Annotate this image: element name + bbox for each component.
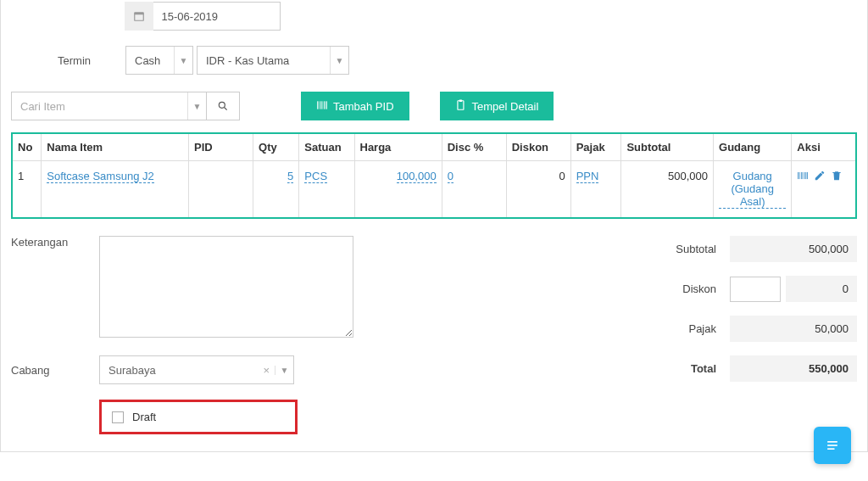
keterangan-input[interactable]: [99, 236, 353, 338]
svg-rect-1: [134, 13, 143, 14]
total-label: Total: [543, 362, 730, 375]
chevron-down-icon: ▼: [330, 47, 348, 74]
floating-menu-button[interactable]: [814, 427, 851, 452]
svg-rect-16: [805, 172, 806, 179]
cell-gudang[interactable]: Gudang (Gudang Asal): [719, 170, 786, 209]
edit-icon[interactable]: [814, 170, 826, 184]
chevron-down-icon: ▼: [174, 47, 192, 74]
draft-checkbox[interactable]: [112, 411, 124, 423]
col-no: No: [12, 133, 42, 161]
cabang-label: Cabang: [11, 364, 99, 377]
cabang-value: Surabaya: [100, 364, 258, 377]
tempel-detail-button[interactable]: Tempel Detail: [440, 92, 554, 120]
cell-nama[interactable]: Softcase Samsung J2: [47, 170, 153, 183]
svg-rect-17: [807, 172, 808, 179]
item-search-select[interactable]: Cari Item ▼: [11, 92, 206, 120]
col-harga: Harga: [354, 133, 442, 161]
svg-rect-11: [459, 99, 462, 101]
kas-select[interactable]: IDR - Kas Utama ▼: [197, 46, 349, 75]
svg-rect-19: [827, 445, 837, 446]
svg-rect-7: [323, 101, 324, 109]
search-button[interactable]: [206, 92, 240, 120]
cell-diskon: 0: [506, 161, 570, 219]
total-value: 550,000: [730, 355, 857, 382]
svg-rect-13: [800, 172, 801, 179]
termin-value: Cash: [126, 54, 174, 67]
col-disc-pct: Disc %: [442, 133, 506, 161]
item-search-placeholder: Cari Item: [12, 100, 187, 113]
close-icon[interactable]: ×: [258, 364, 275, 377]
col-pid: PID: [189, 133, 253, 161]
barcode-icon: [316, 99, 328, 114]
svg-rect-18: [827, 441, 837, 443]
tempel-detail-label: Tempel Detail: [472, 100, 539, 113]
svg-rect-15: [804, 172, 804, 179]
svg-rect-14: [802, 172, 803, 179]
cell-disc-pct[interactable]: 0: [448, 170, 453, 183]
kas-value: IDR - Kas Utama: [198, 54, 330, 67]
col-qty: Qty: [253, 133, 299, 161]
col-gudang: Gudang: [714, 133, 792, 161]
tanggal-input[interactable]: 15-06-2019: [153, 2, 281, 31]
col-aksi: Aksi: [792, 133, 856, 161]
draft-checkbox-container[interactable]: Draft: [99, 400, 298, 434]
chevron-down-icon: ▼: [187, 92, 206, 120]
table-row: 1 Softcase Samsung J2 5 PCS 100,000 0 0 …: [12, 161, 856, 219]
cell-satuan[interactable]: PCS: [304, 170, 327, 183]
cell-qty[interactable]: 5: [287, 170, 293, 183]
col-pajak: Pajak: [570, 133, 621, 161]
cell-no: 1: [12, 161, 42, 219]
svg-rect-20: [827, 448, 834, 450]
barcode-icon[interactable]: [797, 170, 809, 184]
svg-rect-12: [798, 172, 799, 179]
diskon-input[interactable]: [730, 277, 781, 302]
pajak-label: Pajak: [543, 322, 730, 335]
svg-line-3: [225, 108, 227, 110]
keterangan-label: Keterangan: [11, 236, 96, 249]
subtotal-label: Subtotal: [543, 243, 730, 255]
cell-subtotal: 500,000: [621, 161, 714, 219]
cell-harga[interactable]: 100,000: [397, 170, 437, 183]
svg-rect-4: [317, 101, 318, 109]
tambah-pid-label: Tambah PID: [333, 100, 394, 113]
svg-rect-8: [324, 101, 325, 109]
termin-select[interactable]: Cash ▼: [125, 46, 193, 75]
svg-rect-6: [320, 101, 321, 109]
svg-rect-5: [320, 101, 320, 109]
pajak-value: 50,000: [730, 316, 857, 342]
cell-pid: [189, 161, 253, 219]
col-diskon: Diskon: [506, 133, 570, 161]
diskon-value: 0: [786, 276, 857, 302]
cell-pajak[interactable]: PPN: [576, 170, 599, 183]
col-satuan: Satuan: [299, 133, 354, 161]
svg-rect-9: [326, 101, 327, 109]
draft-label: Draft: [132, 411, 156, 423]
chevron-down-icon: ▼: [275, 366, 293, 375]
items-table: No Nama Item PID Qty Satuan Harga Disc %…: [11, 132, 857, 219]
svg-point-2: [219, 102, 225, 108]
svg-rect-10: [457, 100, 463, 109]
col-nama: Nama Item: [42, 133, 189, 161]
diskon-label: Diskon: [543, 282, 730, 295]
cabang-select[interactable]: Surabaya × ▼: [99, 355, 294, 384]
paste-icon: [455, 99, 467, 114]
tambah-pid-button[interactable]: Tambah PID: [301, 92, 409, 120]
termin-label: Termin: [58, 54, 125, 67]
col-subtotal: Subtotal: [621, 133, 714, 161]
trash-icon[interactable]: [831, 170, 843, 184]
calendar-icon[interactable]: [125, 2, 153, 31]
subtotal-value: 500,000: [730, 236, 857, 262]
